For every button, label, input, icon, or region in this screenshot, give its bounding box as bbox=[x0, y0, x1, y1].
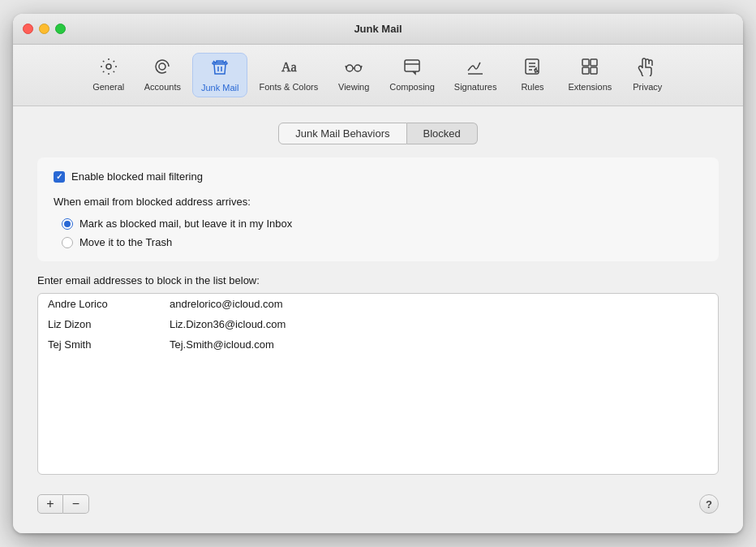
font-icon: Aa bbox=[279, 57, 299, 80]
bottom-bar: + − ? bbox=[37, 488, 719, 517]
add-remove-buttons: + − bbox=[37, 494, 89, 514]
svg-rect-21 bbox=[591, 67, 597, 74]
content-area: Junk Mail Behaviors Blocked Enable block… bbox=[13, 106, 743, 533]
radio-move-trash[interactable] bbox=[62, 237, 73, 248]
email-list-box[interactable]: Andre Lorico andrelorico@icloud.com Liz … bbox=[37, 293, 719, 475]
toolbar-item-privacy[interactable]: Privacy bbox=[623, 53, 672, 97]
table-row[interactable]: Liz Dizon Liz.Dizon36@icloud.com bbox=[38, 314, 718, 334]
extensions-icon bbox=[580, 57, 599, 80]
toolbar-viewing-label: Viewing bbox=[338, 82, 369, 92]
toolbar-item-junk-mail[interactable]: Junk Mail bbox=[192, 53, 247, 97]
email-address-1: Liz.Dizon36@icloud.com bbox=[170, 318, 286, 330]
toolbar-rules-label: Rules bbox=[521, 82, 543, 92]
toolbar-privacy-label: Privacy bbox=[633, 82, 662, 92]
toolbar-general-label: General bbox=[92, 82, 124, 92]
toolbar-junkmail-label: Junk Mail bbox=[201, 83, 238, 93]
email-address-2: Tej.Smith@icloud.com bbox=[170, 338, 274, 351]
email-name-2: Tej Smith bbox=[48, 338, 153, 351]
toolbar-accounts-label: Accounts bbox=[144, 82, 181, 92]
svg-point-6 bbox=[346, 65, 353, 71]
rules-icon bbox=[522, 57, 542, 80]
email-name-0: Andre Lorico bbox=[48, 298, 153, 310]
svg-line-10 bbox=[361, 66, 362, 68]
radio-mark-blocked-label: Mark as blocked mail, but leave it in my… bbox=[79, 218, 292, 230]
toolbar-composing-label: Composing bbox=[389, 82, 435, 92]
remove-button[interactable]: − bbox=[63, 494, 89, 514]
toolbar-fonts-label: Fonts & Colors bbox=[259, 82, 318, 92]
svg-text:Aa: Aa bbox=[281, 60, 297, 74]
enable-filtering-label: Enable blocked mail filtering bbox=[71, 170, 203, 183]
gear-icon bbox=[99, 57, 118, 80]
email-list-section: Enter email addresses to block in the li… bbox=[37, 274, 719, 475]
toolbar-signatures-label: Signatures bbox=[454, 82, 497, 92]
toolbar-item-signatures[interactable]: Signatures bbox=[446, 53, 505, 97]
minimize-button[interactable] bbox=[39, 24, 49, 34]
email-list-description: Enter email addresses to block in the li… bbox=[37, 274, 719, 286]
radio-move-trash-label: Move it to the Trash bbox=[79, 236, 172, 248]
table-row[interactable]: Tej Smith Tej.Smith@icloud.com bbox=[38, 334, 718, 355]
enable-filtering-row[interactable]: Enable blocked mail filtering bbox=[54, 170, 702, 183]
glasses-icon bbox=[344, 57, 363, 80]
email-action-radio-group: Mark as blocked mail, but leave it in my… bbox=[54, 218, 702, 248]
hand-icon bbox=[638, 57, 657, 80]
toolbar: General Accounts bbox=[13, 45, 743, 106]
main-section: Enable blocked mail filtering When email… bbox=[37, 157, 719, 261]
compose-icon bbox=[402, 57, 422, 80]
maximize-button[interactable] bbox=[55, 24, 66, 34]
window-title: Junk Mail bbox=[354, 23, 402, 35]
table-row[interactable]: Andre Lorico andrelorico@icloud.com bbox=[38, 294, 718, 314]
svg-line-9 bbox=[346, 66, 346, 68]
trash-icon bbox=[210, 58, 230, 80]
email-name-1: Liz Dizon bbox=[48, 318, 153, 330]
tab-junk-mail-behaviors[interactable]: Junk Mail Behaviors bbox=[278, 123, 406, 144]
help-button[interactable]: ? bbox=[699, 494, 719, 514]
titlebar: Junk Mail bbox=[13, 14, 743, 45]
radio-row-move-trash[interactable]: Move it to the Trash bbox=[62, 236, 702, 248]
toolbar-item-accounts[interactable]: Accounts bbox=[136, 53, 189, 97]
tab-blocked[interactable]: Blocked bbox=[407, 123, 478, 144]
signature-icon bbox=[466, 57, 485, 80]
enable-filtering-checkbox[interactable] bbox=[54, 171, 65, 183]
email-address-0: andrelorico@icloud.com bbox=[170, 298, 283, 310]
svg-rect-18 bbox=[582, 59, 589, 66]
toolbar-item-extensions[interactable]: Extensions bbox=[560, 53, 620, 97]
svg-rect-20 bbox=[582, 67, 589, 74]
svg-point-0 bbox=[106, 64, 111, 69]
at-icon bbox=[152, 57, 172, 80]
svg-rect-19 bbox=[591, 59, 597, 66]
svg-point-7 bbox=[354, 65, 361, 71]
add-button[interactable]: + bbox=[37, 494, 63, 514]
close-button[interactable] bbox=[23, 24, 33, 34]
svg-rect-11 bbox=[405, 60, 419, 71]
radio-mark-blocked[interactable] bbox=[62, 218, 73, 230]
toolbar-extensions-label: Extensions bbox=[568, 82, 612, 92]
toolbar-item-fonts-colors[interactable]: Aa Fonts & Colors bbox=[251, 53, 326, 97]
when-email-description: When email from blocked address arrives: bbox=[54, 196, 702, 208]
toolbar-item-general[interactable]: General bbox=[84, 53, 133, 97]
toolbar-item-rules[interactable]: Rules bbox=[508, 53, 556, 97]
tab-bar: Junk Mail Behaviors Blocked bbox=[37, 123, 719, 144]
main-window: Junk Mail General Accounts bbox=[13, 14, 743, 533]
svg-point-1 bbox=[159, 63, 165, 70]
radio-row-mark-blocked[interactable]: Mark as blocked mail, but leave it in my… bbox=[62, 218, 702, 230]
toolbar-item-composing[interactable]: Composing bbox=[381, 53, 443, 97]
toolbar-item-viewing[interactable]: Viewing bbox=[329, 53, 378, 97]
traffic-lights bbox=[23, 24, 66, 34]
